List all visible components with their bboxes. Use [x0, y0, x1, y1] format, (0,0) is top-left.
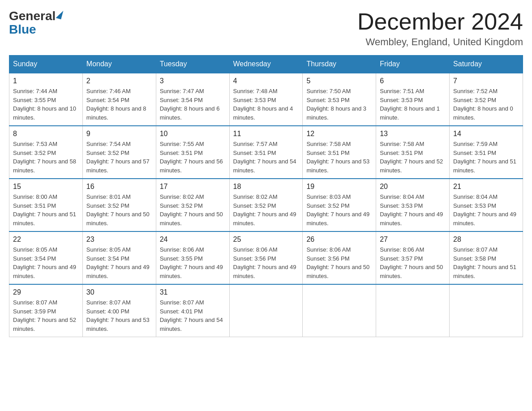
page-header: General Blue December 2024 Wembley, Engl… [9, 9, 523, 48]
calendar-cell: 26 Sunrise: 8:06 AM Sunset: 3:56 PM Dayl… [303, 231, 376, 284]
day-info: Sunrise: 7:50 AM Sunset: 3:53 PM Dayligh… [306, 87, 372, 122]
day-info: Sunrise: 8:07 AM Sunset: 3:58 PM Dayligh… [453, 245, 519, 280]
day-info: Sunrise: 7:47 AM Sunset: 3:54 PM Dayligh… [160, 87, 226, 122]
day-number: 24 [160, 235, 226, 244]
column-header-monday: Monday [82, 56, 156, 73]
day-number: 20 [380, 183, 446, 191]
calendar-cell: 4 Sunrise: 7:48 AM Sunset: 3:53 PM Dayli… [229, 73, 303, 126]
day-info: Sunrise: 7:44 AM Sunset: 3:55 PM Dayligh… [13, 87, 79, 122]
month-title: December 2024 [357, 9, 523, 34]
day-number: 13 [380, 130, 446, 138]
calendar-cell: 22 Sunrise: 8:05 AM Sunset: 3:54 PM Dayl… [9, 231, 83, 284]
day-info: Sunrise: 8:07 AM Sunset: 3:59 PM Dayligh… [13, 298, 79, 333]
calendar-cell: 7 Sunrise: 7:52 AM Sunset: 3:52 PM Dayli… [450, 73, 523, 126]
day-number: 27 [380, 235, 446, 244]
day-number: 8 [13, 130, 79, 138]
calendar-cell: 16 Sunrise: 8:01 AM Sunset: 3:52 PM Dayl… [82, 179, 156, 231]
logo: General Blue [9, 9, 62, 37]
day-number: 12 [306, 130, 372, 138]
calendar-table: SundayMondayTuesdayWednesdayThursdayFrid… [9, 55, 523, 337]
column-header-thursday: Thursday [303, 56, 376, 73]
column-header-sunday: Sunday [9, 56, 83, 73]
calendar-cell: 24 Sunrise: 8:06 AM Sunset: 3:55 PM Dayl… [156, 231, 229, 284]
calendar-cell [376, 284, 450, 337]
day-info: Sunrise: 7:53 AM Sunset: 3:52 PM Dayligh… [13, 140, 79, 175]
calendar-cell: 18 Sunrise: 8:02 AM Sunset: 3:52 PM Dayl… [229, 179, 303, 231]
day-info: Sunrise: 8:06 AM Sunset: 3:56 PM Dayligh… [233, 245, 299, 280]
day-info: Sunrise: 7:58 AM Sunset: 3:51 PM Dayligh… [306, 140, 372, 175]
calendar-cell: 11 Sunrise: 7:57 AM Sunset: 3:51 PM Dayl… [229, 126, 303, 179]
day-info: Sunrise: 8:06 AM Sunset: 3:57 PM Dayligh… [380, 245, 446, 280]
calendar-cell: 28 Sunrise: 8:07 AM Sunset: 3:58 PM Dayl… [450, 231, 523, 284]
calendar-week-2: 8 Sunrise: 7:53 AM Sunset: 3:52 PM Dayli… [9, 126, 523, 179]
calendar-cell: 27 Sunrise: 8:06 AM Sunset: 3:57 PM Dayl… [376, 231, 450, 284]
day-number: 7 [453, 77, 519, 85]
day-info: Sunrise: 7:52 AM Sunset: 3:52 PM Dayligh… [453, 87, 519, 122]
calendar-cell: 5 Sunrise: 7:50 AM Sunset: 3:53 PM Dayli… [303, 73, 376, 126]
day-number: 18 [233, 183, 299, 191]
calendar-cell: 12 Sunrise: 7:58 AM Sunset: 3:51 PM Dayl… [303, 126, 376, 179]
calendar-cell: 6 Sunrise: 7:51 AM Sunset: 3:53 PM Dayli… [376, 73, 450, 126]
column-header-wednesday: Wednesday [229, 56, 303, 73]
day-number: 1 [13, 77, 79, 85]
calendar-cell: 2 Sunrise: 7:46 AM Sunset: 3:54 PM Dayli… [82, 73, 156, 126]
calendar-week-1: 1 Sunrise: 7:44 AM Sunset: 3:55 PM Dayli… [9, 73, 523, 126]
calendar-cell [450, 284, 523, 337]
day-number: 30 [86, 288, 152, 296]
day-number: 11 [233, 130, 299, 138]
calendar-cell [229, 284, 303, 337]
day-number: 28 [453, 235, 519, 244]
day-number: 3 [160, 77, 226, 85]
calendar-cell: 3 Sunrise: 7:47 AM Sunset: 3:54 PM Dayli… [156, 73, 229, 126]
calendar-week-4: 22 Sunrise: 8:05 AM Sunset: 3:54 PM Dayl… [9, 231, 523, 284]
calendar-cell: 8 Sunrise: 7:53 AM Sunset: 3:52 PM Dayli… [9, 126, 83, 179]
day-info: Sunrise: 8:02 AM Sunset: 3:52 PM Dayligh… [233, 193, 299, 227]
day-number: 21 [453, 183, 519, 191]
calendar-cell: 31 Sunrise: 8:07 AM Sunset: 4:01 PM Dayl… [156, 284, 229, 337]
day-info: Sunrise: 8:07 AM Sunset: 4:01 PM Dayligh… [160, 298, 226, 333]
column-header-tuesday: Tuesday [156, 56, 229, 73]
day-info: Sunrise: 8:02 AM Sunset: 3:52 PM Dayligh… [160, 193, 226, 227]
day-number: 23 [86, 235, 152, 244]
day-info: Sunrise: 8:05 AM Sunset: 3:54 PM Dayligh… [13, 245, 79, 280]
calendar-cell [303, 284, 376, 337]
calendar-cell: 10 Sunrise: 7:55 AM Sunset: 3:51 PM Dayl… [156, 126, 229, 179]
title-area: December 2024 Wembley, England, United K… [357, 9, 523, 48]
location-subtitle: Wembley, England, United Kingdom [357, 36, 523, 48]
day-info: Sunrise: 7:51 AM Sunset: 3:53 PM Dayligh… [380, 87, 446, 122]
calendar-cell: 19 Sunrise: 8:03 AM Sunset: 3:52 PM Dayl… [303, 179, 376, 231]
day-info: Sunrise: 7:48 AM Sunset: 3:53 PM Dayligh… [233, 87, 299, 122]
day-number: 31 [160, 288, 226, 296]
calendar-week-5: 29 Sunrise: 8:07 AM Sunset: 3:59 PM Dayl… [9, 284, 523, 337]
day-number: 16 [86, 183, 152, 191]
calendar-cell: 9 Sunrise: 7:54 AM Sunset: 3:52 PM Dayli… [82, 126, 156, 179]
day-info: Sunrise: 7:58 AM Sunset: 3:51 PM Dayligh… [380, 140, 446, 175]
calendar-cell: 23 Sunrise: 8:05 AM Sunset: 3:54 PM Dayl… [82, 231, 156, 284]
day-info: Sunrise: 7:57 AM Sunset: 3:51 PM Dayligh… [233, 140, 299, 175]
day-number: 2 [86, 77, 152, 85]
day-info: Sunrise: 8:00 AM Sunset: 3:51 PM Dayligh… [13, 193, 79, 227]
logo-blue-text: Blue [9, 22, 62, 37]
day-info: Sunrise: 8:06 AM Sunset: 3:56 PM Dayligh… [306, 245, 372, 280]
logo-general-text: General [9, 9, 56, 23]
calendar-cell: 29 Sunrise: 8:07 AM Sunset: 3:59 PM Dayl… [9, 284, 83, 337]
calendar-cell: 21 Sunrise: 8:04 AM Sunset: 3:53 PM Dayl… [450, 179, 523, 231]
day-number: 14 [453, 130, 519, 138]
day-number: 10 [160, 130, 226, 138]
calendar-cell: 1 Sunrise: 7:44 AM Sunset: 3:55 PM Dayli… [9, 73, 83, 126]
column-header-saturday: Saturday [450, 56, 523, 73]
day-number: 22 [13, 235, 79, 244]
calendar-cell: 20 Sunrise: 8:04 AM Sunset: 3:53 PM Dayl… [376, 179, 450, 231]
day-number: 25 [233, 235, 299, 244]
day-info: Sunrise: 7:46 AM Sunset: 3:54 PM Dayligh… [86, 87, 152, 122]
day-number: 9 [86, 130, 152, 138]
calendar-cell: 13 Sunrise: 7:58 AM Sunset: 3:51 PM Dayl… [376, 126, 450, 179]
calendar-cell: 30 Sunrise: 8:07 AM Sunset: 4:00 PM Dayl… [82, 284, 156, 337]
day-info: Sunrise: 8:06 AM Sunset: 3:55 PM Dayligh… [160, 245, 226, 280]
day-number: 15 [13, 183, 79, 191]
day-number: 6 [380, 77, 446, 85]
calendar-cell: 15 Sunrise: 8:00 AM Sunset: 3:51 PM Dayl… [9, 179, 83, 231]
day-number: 19 [306, 183, 372, 191]
calendar-header-row: SundayMondayTuesdayWednesdayThursdayFrid… [9, 56, 523, 73]
day-info: Sunrise: 8:05 AM Sunset: 3:54 PM Dayligh… [86, 245, 152, 280]
